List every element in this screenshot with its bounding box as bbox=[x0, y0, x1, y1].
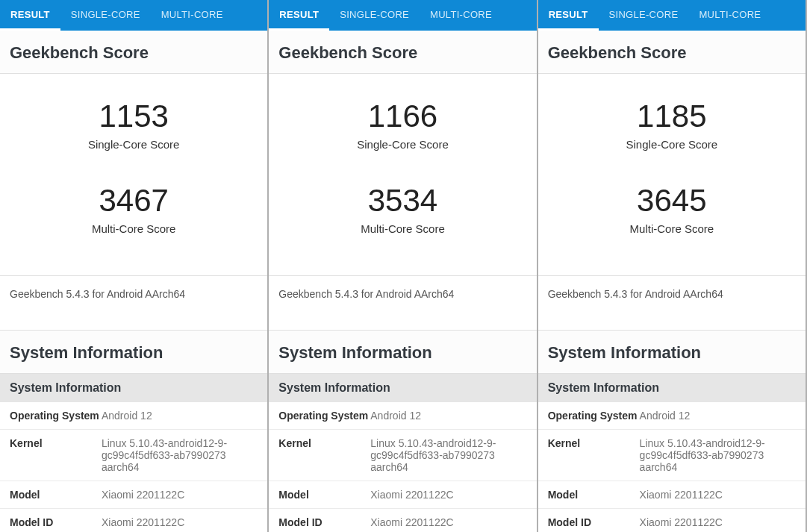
row-val: Linux 5.10.43-android12-9-gc99c4f5df633-… bbox=[370, 437, 526, 473]
row-val: Android 12 bbox=[640, 410, 796, 422]
row-val: Xiaomi 2201122C bbox=[640, 489, 796, 501]
row-val: Xiaomi 2201122C bbox=[640, 516, 796, 528]
row-os: Operating System Android 12 bbox=[269, 402, 536, 430]
result-panel-2: RESULT SINGLE-CORE MULTI-CORE Geekbench … bbox=[538, 0, 807, 532]
multi-core-value: 3467 bbox=[92, 184, 176, 218]
system-info-subhead: System Information bbox=[269, 374, 536, 402]
row-key: Model ID bbox=[278, 516, 370, 528]
result-panel-0: RESULT SINGLE-CORE MULTI-CORE Geekbench … bbox=[0, 0, 269, 532]
multi-core-block: 3645 Multi-Core Score bbox=[630, 184, 714, 235]
row-model: Model Xiaomi 2201122C bbox=[538, 481, 806, 509]
system-info-title: System Information bbox=[0, 330, 267, 374]
tab-multi-core[interactable]: MULTI-CORE bbox=[151, 0, 234, 31]
tab-single-core[interactable]: SINGLE-CORE bbox=[599, 0, 689, 31]
single-core-value: 1185 bbox=[626, 99, 718, 134]
system-info-subhead: System Information bbox=[0, 374, 267, 402]
score-section-title: Geekbench Score bbox=[0, 31, 267, 74]
version-line: Geekbench 5.4.3 for Android AArch64 bbox=[269, 276, 536, 330]
multi-core-block: 3534 Multi-Core Score bbox=[361, 184, 445, 235]
row-key: Model ID bbox=[10, 516, 102, 528]
row-model-id: Model ID Xiaomi 2201122C bbox=[269, 509, 536, 532]
system-info-title: System Information bbox=[538, 330, 806, 374]
row-os: Operating System Android 12 bbox=[538, 402, 806, 430]
result-panel-1: RESULT SINGLE-CORE MULTI-CORE Geekbench … bbox=[269, 0, 538, 532]
row-model: Model Xiaomi 2201122C bbox=[269, 481, 536, 509]
row-model-id: Model ID Xiaomi 2201122C bbox=[0, 509, 267, 532]
row-val: Linux 5.10.43-android12-9-gc99c4f5df633-… bbox=[640, 437, 796, 473]
multi-core-label: Multi-Core Score bbox=[361, 222, 445, 235]
row-key: Operating System bbox=[10, 410, 102, 422]
score-section-title: Geekbench Score bbox=[538, 31, 806, 74]
single-core-label: Single-Core Score bbox=[88, 138, 180, 151]
version-line: Geekbench 5.4.3 for Android AArch64 bbox=[538, 276, 806, 330]
row-key: Kernel bbox=[548, 437, 640, 473]
row-model: Model Xiaomi 2201122C bbox=[0, 481, 267, 509]
system-info-title: System Information bbox=[269, 330, 536, 374]
tab-bar: RESULT SINGLE-CORE MULTI-CORE bbox=[0, 0, 267, 31]
row-val: Xiaomi 2201122C bbox=[102, 516, 258, 528]
multi-core-value: 3534 bbox=[361, 184, 445, 218]
tab-bar: RESULT SINGLE-CORE MULTI-CORE bbox=[269, 0, 536, 31]
version-line: Geekbench 5.4.3 for Android AArch64 bbox=[0, 276, 267, 330]
row-key: Operating System bbox=[278, 410, 370, 422]
tab-result[interactable]: RESULT bbox=[538, 0, 599, 31]
row-key: Model bbox=[10, 489, 102, 501]
row-val: Xiaomi 2201122C bbox=[102, 489, 258, 501]
row-key: Model ID bbox=[548, 516, 640, 528]
multi-core-value: 3645 bbox=[630, 184, 714, 218]
row-key: Kernel bbox=[278, 437, 370, 473]
single-core-value: 1166 bbox=[357, 99, 449, 134]
tab-result[interactable]: RESULT bbox=[0, 0, 60, 31]
tab-result[interactable]: RESULT bbox=[269, 0, 329, 31]
row-key: Kernel bbox=[10, 437, 102, 473]
tab-bar: RESULT SINGLE-CORE MULTI-CORE bbox=[538, 0, 806, 31]
tab-multi-core[interactable]: MULTI-CORE bbox=[688, 0, 771, 31]
single-core-block: 1153 Single-Core Score bbox=[88, 99, 180, 151]
row-os: Operating System Android 12 bbox=[0, 402, 267, 430]
multi-core-label: Multi-Core Score bbox=[630, 222, 714, 235]
tab-single-core[interactable]: SINGLE-CORE bbox=[60, 0, 151, 31]
row-kernel: Kernel Linux 5.10.43-android12-9-gc99c4f… bbox=[538, 430, 806, 481]
tab-multi-core[interactable]: MULTI-CORE bbox=[420, 0, 502, 31]
row-key: Operating System bbox=[548, 410, 640, 422]
scores-area: 1166 Single-Core Score 3534 Multi-Core S… bbox=[269, 74, 536, 276]
single-core-block: 1166 Single-Core Score bbox=[357, 99, 449, 151]
scores-area: 1153 Single-Core Score 3467 Multi-Core S… bbox=[0, 74, 267, 276]
row-val: Xiaomi 2201122C bbox=[370, 489, 526, 501]
single-core-label: Single-Core Score bbox=[357, 138, 449, 151]
row-val: Linux 5.10.43-android12-9-gc99c4f5df633-… bbox=[102, 437, 258, 473]
row-model-id: Model ID Xiaomi 2201122C bbox=[538, 509, 806, 532]
row-kernel: Kernel Linux 5.10.43-android12-9-gc99c4f… bbox=[0, 430, 267, 481]
single-core-value: 1153 bbox=[88, 99, 180, 134]
row-key: Model bbox=[278, 489, 370, 501]
row-val: Android 12 bbox=[370, 410, 526, 422]
single-core-block: 1185 Single-Core Score bbox=[626, 99, 718, 151]
score-section-title: Geekbench Score bbox=[269, 31, 536, 74]
row-kernel: Kernel Linux 5.10.43-android12-9-gc99c4f… bbox=[269, 430, 536, 481]
row-key: Model bbox=[548, 489, 640, 501]
tab-single-core[interactable]: SINGLE-CORE bbox=[329, 0, 420, 31]
scores-area: 1185 Single-Core Score 3645 Multi-Core S… bbox=[538, 74, 806, 276]
multi-core-block: 3467 Multi-Core Score bbox=[92, 184, 176, 235]
single-core-label: Single-Core Score bbox=[626, 138, 718, 151]
multi-core-label: Multi-Core Score bbox=[92, 222, 176, 235]
row-val: Android 12 bbox=[102, 410, 258, 422]
system-info-subhead: System Information bbox=[538, 374, 806, 402]
row-val: Xiaomi 2201122C bbox=[370, 516, 526, 528]
